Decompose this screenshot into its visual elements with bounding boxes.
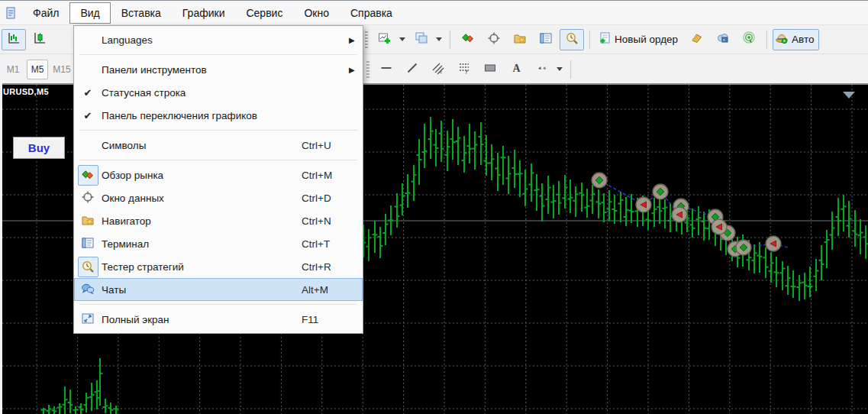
autotrading-hat-icon (775, 31, 789, 48)
menubar-item-1[interactable]: Файл (22, 2, 69, 24)
market-watch-icon (78, 165, 98, 186)
horizontal-line-button[interactable] (374, 59, 399, 80)
metaeditor-button[interactable] (711, 29, 735, 50)
navigator-button[interactable] (508, 29, 532, 50)
strategy-tester-icon (78, 257, 98, 277)
menu-item-обзор-рынка[interactable]: Обзор рынкаCtrl+M (74, 163, 363, 186)
menu-item-label: Languages (102, 34, 302, 46)
new-order-button[interactable]: Новый ордер (595, 29, 683, 50)
autotrading-label: Авто (792, 34, 814, 45)
separator (589, 31, 590, 49)
timeframe-m5-button[interactable]: M5 (27, 60, 48, 79)
menu-item-панель-переключения-графиков[interactable]: ✔Панель переключения графиков (74, 104, 363, 127)
profiles-button[interactable] (409, 29, 434, 50)
menubar-item-5[interactable]: Сервис (235, 2, 293, 24)
market-watch-button[interactable] (456, 29, 480, 50)
menu-item-полный-экран[interactable]: Полный экранF11 (74, 308, 363, 331)
checkmark-icon: ✔ (84, 87, 92, 99)
navigator-icon (513, 31, 527, 48)
menubar-item-7[interactable]: Справка (340, 2, 403, 24)
separator (450, 31, 450, 49)
strategy-tester-button[interactable] (560, 29, 584, 50)
signals-button[interactable] (737, 29, 761, 50)
menu-item-languages[interactable]: Languages▶ (74, 28, 363, 51)
menu-separator (79, 304, 357, 305)
menu-item-label: Терминал (102, 238, 302, 250)
svg-text:c: c (440, 70, 442, 74)
view-menu-dropdown: Languages▶Панели инструментов▶✔Статусная… (73, 25, 363, 334)
strategy-tester-icon (565, 31, 579, 48)
menu-item-панели-инструментов[interactable]: Панели инструментов▶ (74, 58, 363, 81)
menu-item-символы[interactable]: СимволыCtrl+U (74, 134, 363, 157)
app-icon (4, 6, 18, 20)
rectangle-button[interactable] (478, 59, 502, 80)
menu-item-shortcut: Ctrl+D (302, 192, 349, 204)
separator (570, 60, 571, 79)
submenu-arrow-icon: ▶ (349, 36, 363, 44)
line-studies-group: c f A (363, 54, 575, 84)
navigator-icon (81, 213, 95, 229)
candle-chart-button[interactable] (27, 29, 52, 50)
standard-group: Новый ордер Авто (362, 25, 819, 53)
terminal-window: ФайлВидВставкаГрафикиСервисОкноСправка Н… (0, 0, 868, 414)
text-icon: A (509, 61, 523, 78)
signals-icon (742, 31, 756, 48)
menu-item-статусная-строка[interactable]: ✔Статусная строка (74, 81, 363, 104)
menu-item-навигатор[interactable]: НавигаторCtrl+N (74, 209, 363, 232)
new-chart-dropdown[interactable] (399, 37, 405, 41)
new-chart-button[interactable] (373, 29, 397, 50)
data-window-icon (81, 190, 95, 206)
terminal-icon (539, 31, 553, 48)
toolbar-grip[interactable] (365, 31, 368, 48)
profiles-icon (415, 31, 428, 48)
market-watch-icon (461, 31, 475, 48)
chats-icon (81, 282, 95, 298)
arrows-dropdown[interactable] (557, 67, 563, 71)
buy-button[interactable]: Buy (13, 137, 65, 159)
menu-item-label: Символы (102, 140, 302, 151)
menu-item-терминал[interactable]: ТерминалCtrl+T (74, 232, 363, 255)
timeframe-m1-button[interactable]: M1 (2, 60, 24, 79)
arrows-button[interactable] (530, 59, 554, 80)
journal-button[interactable] (685, 29, 709, 50)
menu-item-label: Тестер стратегий (102, 261, 302, 273)
menu-separator (79, 54, 357, 55)
menu-item-чаты[interactable]: ЧатыAlt+M (74, 278, 363, 301)
timeframe-m15-button[interactable]: M15 (51, 60, 73, 79)
menu-item-label: Навигатор (102, 215, 302, 227)
separator (766, 31, 767, 49)
fibonacci-button[interactable]: f (452, 59, 476, 80)
bar-chart-button[interactable] (2, 29, 26, 50)
menu-item-shortcut: Ctrl+U (302, 140, 349, 151)
autotrading-button[interactable]: Авто (773, 29, 819, 50)
channel-button[interactable]: c (426, 59, 450, 80)
terminal-button[interactable] (534, 29, 558, 50)
menu-bar: ФайлВидВставкаГрафикиСервисОкноСправка (0, 2, 868, 25)
menu-item-label: Панели инструментов (102, 64, 302, 76)
menu-item-shortcut: Ctrl+N (302, 215, 349, 227)
candle-chart-icon (33, 31, 47, 48)
toolbar-grip[interactable] (366, 61, 369, 78)
text-button[interactable]: A (504, 59, 528, 80)
menubar-item-6[interactable]: Окно (293, 2, 340, 24)
fibonacci-icon: f (457, 61, 471, 78)
metaeditor-icon (716, 31, 730, 48)
menubar-item-4[interactable]: Графики (172, 2, 236, 24)
menu-item-окно-данных[interactable]: Окно данныхCtrl+D (74, 186, 363, 209)
window-left-border (0, 83, 2, 414)
submenu-arrow-icon: ▶ (349, 66, 363, 74)
trend-line-button[interactable] (400, 59, 424, 80)
menu-item-label: Панель переключения графиков (102, 110, 302, 121)
horizontal-line-icon (379, 61, 393, 78)
trend-line-icon (405, 61, 419, 78)
arrows-icon (535, 61, 549, 78)
profiles-dropdown[interactable] (436, 37, 442, 41)
data-window-button[interactable] (482, 29, 506, 50)
timeframes-group: M1M5M15 (2, 54, 73, 84)
menubar-item-3[interactable]: Вставка (111, 2, 172, 24)
menu-item-label: Окно данных (102, 192, 302, 204)
menubar-item-2[interactable]: Вид (69, 2, 110, 24)
menu-item-shortcut: Ctrl+M (302, 170, 349, 181)
menu-item-тестер-стратегий[interactable]: Тестер стратегийCtrl+R (74, 255, 363, 278)
menu-item-label: Обзор рынка (102, 170, 302, 181)
